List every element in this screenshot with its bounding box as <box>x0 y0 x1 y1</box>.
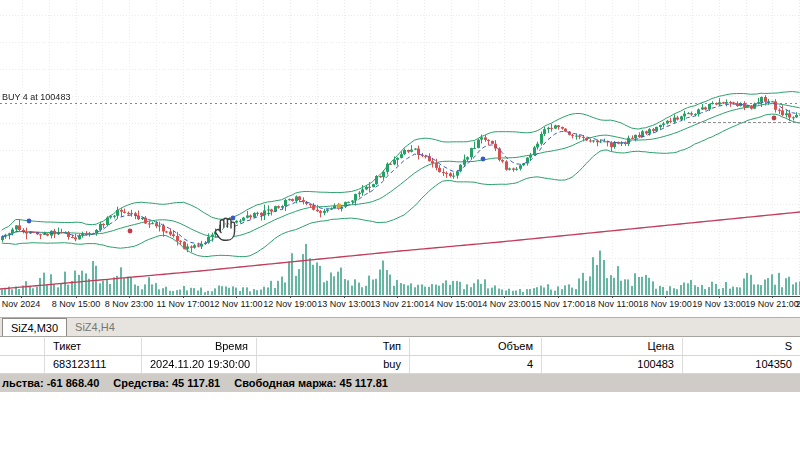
time-axis-label: 11 Nov 17:00 <box>157 299 210 309</box>
chart-panel: BUY 4 at 100483 Nov 20248 Nov 15:008 Nov… <box>0 0 800 317</box>
buy-position-label: BUY 4 at 100483 <box>2 92 70 102</box>
time-axis-label: 19 Nov 13:00 <box>692 299 746 309</box>
table-header-cell[interactable]: Цена <box>542 338 683 355</box>
time-axis-label: 12 Nov 11:00 <box>210 299 263 309</box>
status-segment: льства: -61 868.40 <box>2 377 99 389</box>
time-axis-label: 19 Nov 21:00 <box>745 299 799 309</box>
table-cell[interactable]: buy <box>257 356 410 373</box>
time-axis-label: 20 Nov <box>796 299 800 309</box>
time-axis-label: 18 Nov 19:00 <box>638 299 692 309</box>
status-bar: льства: -61 868.40Средства: 45 117.81Сво… <box>0 374 800 392</box>
time-axis-label: Nov 2024 <box>2 299 41 309</box>
table-header-cell[interactable]: Тип <box>257 338 410 355</box>
time-axis-label: 13 Nov 21:00 <box>370 299 424 309</box>
time-axis-label: 14 Nov 15:00 <box>424 299 478 309</box>
price-chart-canvas[interactable] <box>0 0 800 298</box>
time-axis-label: 8 Nov 15:00 <box>52 299 101 309</box>
table-cell[interactable]: 683123111 <box>45 356 142 373</box>
table-header-cell[interactable]: S <box>683 338 800 355</box>
table-cell[interactable]: 104350 <box>683 356 800 373</box>
status-segment: Свободная маржа: 45 117.81 <box>234 377 388 389</box>
table-cell[interactable]: 4 <box>410 356 542 373</box>
time-axis-label: 15 Nov 17:00 <box>531 299 585 309</box>
table-header-cell[interactable]: Объем <box>410 338 542 355</box>
time-axis[interactable]: Nov 20248 Nov 15:008 Nov 23:0011 Nov 17:… <box>0 299 800 313</box>
table-header-cell[interactable]: Время <box>142 338 257 355</box>
status-segment: Средства: 45 117.81 <box>113 377 220 389</box>
table-cell[interactable]: 100483 <box>542 356 683 373</box>
table-header-cell[interactable] <box>0 338 45 355</box>
table-cell[interactable]: 2024.11.20 19:30:00 <box>142 356 257 373</box>
time-axis-label: 14 Nov 23:00 <box>477 299 531 309</box>
time-axis-label: 12 Nov 19:00 <box>263 299 317 309</box>
table-row[interactable]: 6831231112024.11.20 19:30:00buy410048310… <box>0 356 800 374</box>
positions-table: ТикетВремяТипОбъемЦенаS6831231112024.11.… <box>0 338 800 374</box>
chart-tab-bar: SiZ4,M30 SiZ4,H4 <box>0 317 800 337</box>
table-header-cell[interactable]: Тикет <box>45 338 142 355</box>
trading-terminal-window: { "chart_data": { "type": "candlestick",… <box>0 0 800 450</box>
tab-siz4-m30[interactable]: SiZ4,M30 <box>2 318 67 336</box>
time-axis-label: 18 Nov 11:00 <box>586 299 639 309</box>
tab-siz4-h4[interactable]: SiZ4,H4 <box>67 318 123 336</box>
time-axis-label: 13 Nov 13:00 <box>317 299 371 309</box>
hand-cursor-icon <box>210 213 240 245</box>
table-cell[interactable] <box>0 356 45 373</box>
table-header-row: ТикетВремяТипОбъемЦенаS <box>0 338 800 356</box>
time-axis-label: 8 Nov 23:00 <box>105 299 154 309</box>
